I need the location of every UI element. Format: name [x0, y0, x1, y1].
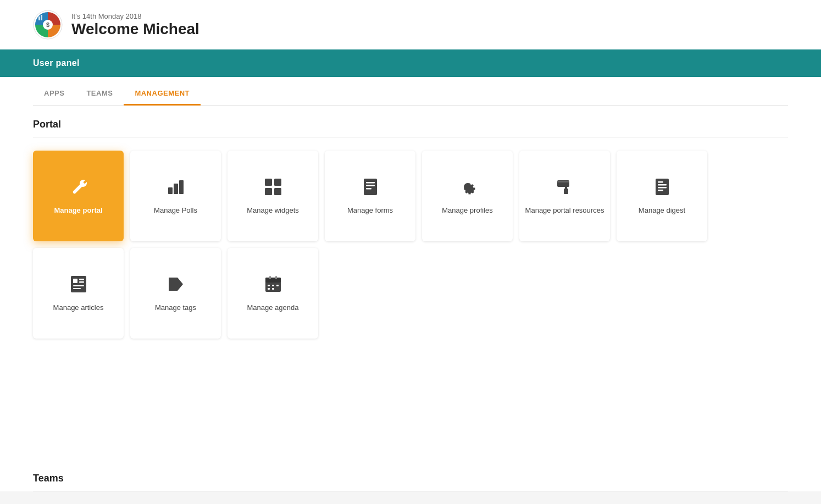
manage-articles-label: Manage articles: [49, 303, 108, 313]
svg-rect-13: [366, 182, 375, 184]
paint-roller-icon: [554, 176, 575, 201]
tag-icon: [165, 274, 186, 298]
form-icon: [360, 176, 381, 201]
teams-section-title: Teams: [33, 473, 788, 484]
svg-rect-24: [658, 190, 663, 191]
svg-rect-32: [265, 278, 281, 283]
manage-profiles-label: Manage profiles: [437, 206, 497, 215]
main-content: APPS TEAMS MANAGEMENT Portal Manage port…: [0, 77, 821, 462]
teams-section: Teams: [0, 462, 821, 491]
svg-rect-12: [364, 179, 377, 195]
header-title: Welcome Micheal: [71, 20, 199, 38]
svg-rect-8: [265, 179, 272, 186]
app-logo: $: [33, 10, 63, 40]
manage-widgets-card[interactable]: Manage widgets: [228, 151, 318, 241]
tabs-bar: APPS TEAMS MANAGEMENT: [33, 77, 788, 106]
svg-rect-9: [274, 179, 281, 186]
svg-rect-22: [658, 184, 667, 186]
manage-tags-label: Manage tags: [151, 303, 201, 313]
manage-digest-card[interactable]: Manage digest: [617, 151, 707, 241]
svg-rect-19: [564, 189, 568, 194]
grid-icon: [263, 176, 284, 201]
teams-divider: [33, 491, 788, 491]
svg-rect-6: [174, 184, 178, 194]
manage-portal-resources-label: Manage portal resources: [521, 206, 609, 215]
tab-apps[interactable]: APPS: [33, 81, 75, 106]
tab-teams[interactable]: TEAMS: [75, 81, 124, 106]
svg-rect-35: [268, 285, 270, 286]
svg-rect-25: [71, 276, 86, 292]
manage-tags-card[interactable]: Manage tags: [130, 248, 221, 339]
wrench-icon: [68, 176, 89, 201]
svg-rect-26: [73, 279, 77, 283]
portal-section: Portal Manage portal: [33, 106, 788, 350]
manage-polls-label: Manage Polls: [149, 206, 202, 215]
user-panel-label: User panel: [33, 58, 80, 68]
portal-cards-row2: Manage articles Manage tags: [33, 248, 788, 339]
manage-articles-card[interactable]: Manage articles: [33, 248, 124, 339]
svg-rect-10: [265, 188, 272, 195]
portal-cards-row1: Manage portal Manage Polls: [33, 151, 788, 241]
svg-rect-27: [79, 279, 84, 280]
header-text: It's 14th Monday 2018 Welcome Micheal: [71, 12, 199, 38]
manage-profiles-card[interactable]: Manage profiles: [422, 151, 513, 241]
svg-rect-30: [73, 288, 81, 289]
svg-rect-34: [275, 276, 277, 279]
manage-portal-label: Manage portal: [49, 206, 107, 215]
svg-rect-39: [272, 288, 274, 290]
svg-rect-17: [557, 181, 569, 182]
header-subtitle: It's 14th Monday 2018: [71, 12, 199, 20]
manage-portal-card[interactable]: Manage portal: [33, 151, 124, 241]
svg-rect-3: [38, 16, 40, 20]
user-panel-banner: User panel: [0, 49, 821, 77]
svg-text:$: $: [46, 21, 49, 28]
manage-polls-card[interactable]: Manage Polls: [130, 151, 221, 241]
svg-rect-4: [41, 15, 42, 20]
svg-rect-11: [274, 188, 281, 195]
bar-chart-icon: [165, 176, 186, 201]
calendar-icon: [263, 274, 284, 298]
svg-rect-5: [168, 187, 173, 194]
svg-rect-23: [658, 187, 667, 189]
svg-rect-18: [565, 187, 567, 189]
manage-agenda-card[interactable]: Manage agenda: [228, 248, 318, 339]
svg-rect-15: [366, 188, 371, 190]
manage-digest-label: Manage digest: [634, 206, 690, 215]
portal-divider: [33, 137, 788, 137]
manage-agenda-label: Manage agenda: [243, 303, 303, 313]
svg-rect-28: [79, 281, 84, 283]
svg-rect-37: [276, 285, 279, 286]
manage-portal-resources-card[interactable]: Manage portal resources: [519, 151, 610, 241]
manage-forms-card[interactable]: Manage forms: [325, 151, 415, 241]
header: $ It's 14th Monday 2018 Welcome Micheal: [0, 0, 821, 49]
svg-rect-14: [366, 185, 375, 187]
tab-management[interactable]: MANAGEMENT: [124, 81, 201, 106]
document-icon: [652, 176, 673, 201]
svg-rect-36: [272, 285, 274, 286]
svg-rect-38: [268, 288, 270, 290]
svg-rect-29: [73, 285, 84, 286]
gear-icon: [457, 176, 478, 201]
portal-section-title: Portal: [33, 119, 788, 130]
manage-forms-label: Manage forms: [343, 206, 397, 215]
svg-rect-7: [179, 180, 184, 194]
svg-rect-33: [269, 276, 271, 279]
svg-rect-21: [658, 181, 663, 183]
articles-icon: [68, 274, 89, 298]
manage-widgets-label: Manage widgets: [242, 206, 303, 215]
